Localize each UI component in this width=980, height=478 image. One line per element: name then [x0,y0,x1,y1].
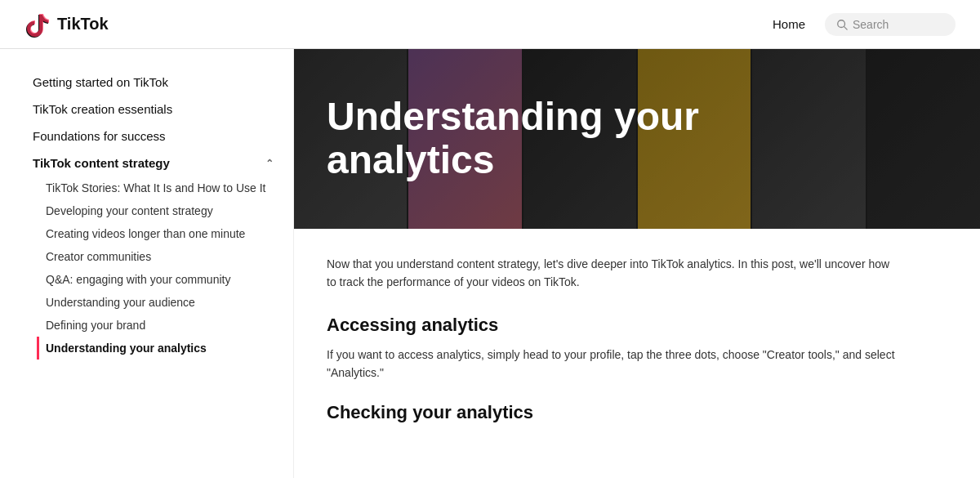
content-body: Now that you understand content strategy… [294,229,980,459]
header-right: Home Search [773,13,956,36]
sidebar-item-long-videos[interactable]: Creating videos longer than one minute [46,222,274,245]
sidebar: Getting started on TikTok TikTok creatio… [0,49,294,478]
chevron-up-icon: ⌃ [265,158,274,169]
sidebar-item-foundations[interactable]: Foundations for success [33,123,274,150]
logo-text: TikTok [57,15,109,34]
page-layout: Getting started on TikTok TikTok creatio… [0,49,980,478]
sidebar-section-content-strategy[interactable]: TikTok content strategy ⌃ [33,150,274,176]
sidebar-item-understanding-audience[interactable]: Understanding your audience [46,291,274,314]
tiktok-logo-icon [24,11,51,38]
sidebar-item-content-strategy[interactable]: Developing your content strategy [46,199,274,222]
sidebar-item-creation-essentials[interactable]: TikTok creation essentials [33,96,274,123]
hero-title: Understanding your analytics [327,96,817,182]
sidebar-section-label: TikTok content strategy [33,156,170,170]
main-content: Understanding your analytics Now that yo… [294,49,980,478]
sidebar-item-getting-started[interactable]: Getting started on TikTok [33,69,274,96]
logo-area: TikTok [24,11,109,38]
intro-paragraph: Now that you understand content strategy… [327,255,898,292]
section-heading-accessing: Accessing analytics [327,315,947,336]
sidebar-item-tiktok-stories[interactable]: TikTok Stories: What It Is and How to Us… [46,176,274,199]
sidebar-item-creator-communities[interactable]: Creator communities [46,245,274,268]
home-nav-link[interactable]: Home [773,17,805,31]
hero-banner: Understanding your analytics [294,49,980,229]
section-text-accessing: If you want to access analytics, simply … [327,346,898,382]
search-bar[interactable]: Search [825,13,956,36]
sidebar-item-qa-community[interactable]: Q&A: engaging with your community [46,268,274,291]
sidebar-item-defining-brand[interactable]: Defining your brand [46,314,274,337]
search-icon [836,19,848,30]
svg-line-1 [844,26,848,29]
section-heading-checking: Checking your analytics [327,402,947,423]
search-placeholder: Search [853,18,889,31]
sidebar-sub-items: TikTok Stories: What It Is and How to Us… [33,176,274,360]
header: TikTok Home Search [0,0,980,49]
sidebar-item-understanding-analytics[interactable]: Understanding your analytics [37,337,274,360]
